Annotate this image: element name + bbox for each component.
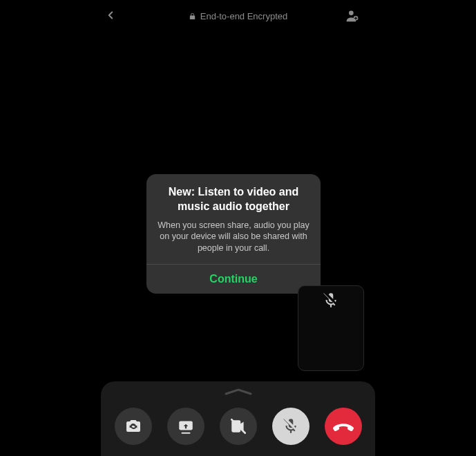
dialog-title: New: Listen to video and music audio tog…: [156, 185, 311, 214]
video-off-icon: [229, 417, 247, 435]
switch-camera-button[interactable]: [115, 408, 152, 445]
call-controls-sheet: [101, 381, 375, 456]
self-preview-tile[interactable]: [298, 285, 364, 371]
screen-share-button[interactable]: [167, 408, 204, 445]
mute-button[interactable]: [272, 408, 310, 445]
chevron-left-icon: [104, 9, 117, 21]
call-controls: [101, 408, 375, 445]
svg-point-0: [349, 11, 354, 16]
sheet-handle[interactable]: [223, 387, 254, 397]
screenshare-audio-dialog: New: Listen to video and music audio tog…: [146, 174, 321, 294]
mic-off-icon: [282, 417, 300, 435]
person-add-icon: [345, 9, 359, 23]
dialog-body: New: Listen to video and music audio tog…: [146, 174, 321, 264]
video-call-screen: End-to-end Encrypted New: Listen to vide…: [0, 0, 476, 456]
camera-off-button[interactable]: [220, 408, 257, 445]
phone-hangup-icon: [333, 416, 354, 437]
encryption-status: End-to-end Encrypted: [189, 11, 287, 21]
dialog-description: When you screen share, audio you play on…: [156, 220, 311, 255]
mic-off-icon: [322, 292, 340, 310]
back-button[interactable]: [102, 7, 119, 23]
screen-share-icon: [177, 417, 195, 435]
camera-switch-icon: [125, 418, 142, 435]
end-call-button[interactable]: [325, 408, 362, 445]
encryption-label: End-to-end Encrypted: [200, 11, 287, 21]
mic-muted-indicator: [322, 292, 340, 312]
add-participant-button[interactable]: [345, 8, 360, 23]
continue-button[interactable]: Continue: [146, 265, 321, 294]
lock-icon: [189, 12, 196, 20]
call-header: End-to-end Encrypted: [0, 0, 476, 32]
